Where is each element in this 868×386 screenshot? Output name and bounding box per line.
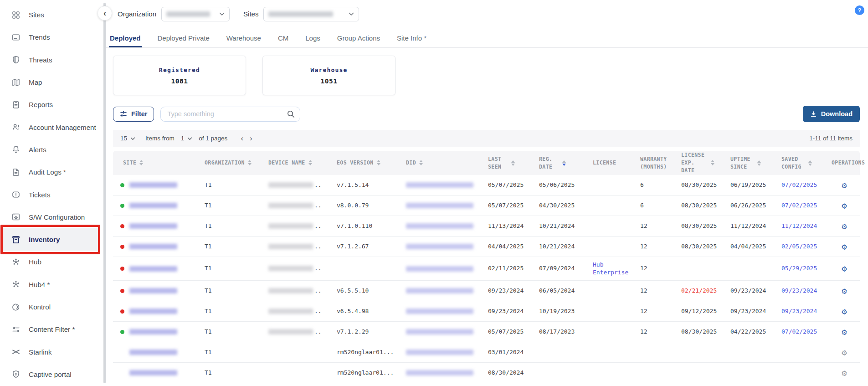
license-link[interactable]: Hub Enterprise bbox=[593, 261, 633, 277]
sidebar-item-map[interactable]: Map bbox=[0, 71, 103, 93]
sidebar-item-audit-logs[interactable]: Audit Logs * bbox=[0, 161, 103, 183]
page-size-value[interactable]: 15 bbox=[120, 135, 127, 142]
column-header-uptime-since[interactable]: UPTIME SINCE bbox=[723, 155, 774, 170]
site-link-redacted[interactable] bbox=[129, 288, 177, 293]
column-header-saved-config[interactable]: SAVED CONFIG bbox=[774, 155, 824, 170]
site-link-redacted[interactable] bbox=[129, 266, 177, 272]
tab-group-actions[interactable]: Group Actions bbox=[336, 28, 381, 47]
column-header-last-seen[interactable]: LAST SEEN bbox=[481, 155, 532, 170]
sort-arrows-icon[interactable] bbox=[757, 160, 761, 166]
tab-deployed[interactable]: Deployed bbox=[109, 28, 142, 47]
sidebar-item-hub4[interactable]: Hub4 * bbox=[0, 273, 103, 296]
site-link-redacted[interactable] bbox=[129, 244, 177, 249]
tab-warehouse[interactable]: Warehouse bbox=[226, 28, 262, 47]
saved-config-link[interactable]: 09/23/2024 bbox=[781, 308, 817, 315]
search-input[interactable] bbox=[160, 107, 300, 122]
site-link-redacted[interactable] bbox=[129, 309, 177, 314]
organization-select[interactable] bbox=[161, 7, 230, 21]
filter-button[interactable]: Filter bbox=[113, 107, 154, 122]
sort-arrows-icon[interactable] bbox=[419, 160, 423, 165]
tab-site-info[interactable]: Site Info * bbox=[396, 28, 427, 47]
sidebar-item-reports[interactable]: Reports bbox=[0, 93, 103, 116]
sort-arrows-icon[interactable] bbox=[377, 160, 380, 165]
column-header-reg-date[interactable]: REG. DATE bbox=[532, 155, 586, 170]
sort-arrows-icon[interactable] bbox=[711, 160, 714, 165]
saved-config-link[interactable]: 09/23/2024 bbox=[781, 287, 817, 295]
column-header-eos-version[interactable]: EOS VERSION bbox=[329, 159, 399, 167]
column-header-organization[interactable]: ORGANIZATION bbox=[197, 159, 261, 167]
gear-icon[interactable]: ⚙ bbox=[842, 307, 847, 316]
saved-config-link[interactable]: 02/05/2025 bbox=[781, 243, 817, 251]
gear-icon[interactable]: ⚙ bbox=[842, 287, 847, 295]
sidebar-item-account-management[interactable]: Account Management bbox=[0, 116, 103, 138]
site-link-redacted[interactable] bbox=[129, 223, 177, 229]
column-header-license[interactable]: LICENSE bbox=[586, 159, 633, 167]
sidebar-item-threats[interactable]: Threats bbox=[0, 49, 103, 71]
download-button[interactable]: Download bbox=[803, 106, 860, 122]
sidebar-collapse-button[interactable]: ‹ bbox=[98, 6, 112, 21]
gear-icon[interactable]: ⚙ bbox=[842, 201, 847, 210]
chevron-down-icon[interactable] bbox=[187, 137, 192, 140]
did-link-redacted[interactable] bbox=[406, 329, 473, 335]
saved-config-link[interactable]: 07/02/2025 bbox=[781, 202, 817, 210]
column-header-device-name[interactable]: DEVICE NAME bbox=[261, 159, 329, 167]
gear-icon[interactable]: ⚙ bbox=[842, 369, 847, 377]
sort-arrows-icon[interactable] bbox=[511, 160, 515, 166]
gear-icon[interactable]: ⚙ bbox=[842, 181, 847, 190]
column-header-site[interactable]: SITE bbox=[113, 159, 197, 167]
sidebar-item-captive-portal[interactable]: Captive portal bbox=[0, 363, 103, 386]
saved-config-link[interactable]: 07/02/2025 bbox=[781, 328, 817, 336]
sidebar-item-content-filter[interactable]: Content Filter * bbox=[0, 318, 103, 340]
sidebar-item-kontrol[interactable]: Kontrol bbox=[0, 296, 103, 318]
did-link-redacted[interactable] bbox=[406, 288, 473, 293]
sort-arrows-icon[interactable] bbox=[562, 160, 566, 166]
sidebar-item-tickets[interactable]: Tickets bbox=[0, 183, 103, 206]
sidebar-item-trends[interactable]: Trends bbox=[0, 26, 103, 48]
column-header-did[interactable]: DID bbox=[399, 159, 481, 167]
site-link-redacted[interactable] bbox=[129, 370, 177, 376]
sidebar-item-inventory[interactable]: Inventory bbox=[3, 228, 98, 251]
column-header-warranty[interactable]: WARRANTY (MONTHS) bbox=[633, 155, 674, 170]
site-link-redacted[interactable] bbox=[129, 203, 177, 208]
tab-cm[interactable]: CM bbox=[277, 28, 289, 47]
did-link-redacted[interactable] bbox=[406, 350, 473, 355]
help-button[interactable]: ? bbox=[855, 5, 864, 15]
sidebar-item-hub[interactable]: Hub bbox=[0, 251, 103, 273]
gear-icon[interactable]: ⚙ bbox=[842, 328, 847, 336]
gear-icon[interactable]: ⚙ bbox=[842, 348, 847, 357]
sort-arrows-icon[interactable] bbox=[248, 160, 252, 165]
sort-arrows-icon[interactable] bbox=[808, 160, 812, 166]
column-header-license-exp-date[interactable]: LICENSE EXP. DATE bbox=[674, 151, 723, 174]
gear-icon[interactable]: ⚙ bbox=[842, 264, 847, 273]
gear-icon[interactable]: ⚙ bbox=[842, 242, 847, 251]
site-link-redacted[interactable] bbox=[129, 350, 177, 355]
saved-config-link[interactable]: 11/12/2024 bbox=[781, 222, 817, 230]
sites-select[interactable] bbox=[263, 7, 359, 21]
sidebar-scrollbar[interactable] bbox=[103, 3, 106, 383]
sort-arrows-icon[interactable] bbox=[308, 160, 312, 165]
sidebar-item-starlink[interactable]: Starlink bbox=[0, 340, 103, 363]
sidebar-item-sw-configuration[interactable]: S/W Configuration bbox=[0, 206, 103, 228]
gear-icon[interactable]: ⚙ bbox=[842, 222, 847, 231]
did-link-redacted[interactable] bbox=[406, 223, 473, 229]
chevron-down-icon[interactable] bbox=[130, 137, 135, 140]
saved-config-link[interactable]: 07/02/2025 bbox=[781, 181, 817, 189]
did-link-redacted[interactable] bbox=[406, 370, 473, 376]
saved-config-link[interactable]: 05/29/2025 bbox=[781, 265, 817, 273]
did-link-redacted[interactable] bbox=[406, 182, 473, 188]
next-page-button[interactable]: › bbox=[247, 134, 256, 142]
sort-arrows-icon[interactable] bbox=[139, 160, 143, 165]
search-icon[interactable] bbox=[287, 110, 295, 118]
did-link-redacted[interactable] bbox=[406, 244, 473, 249]
site-link-redacted[interactable] bbox=[129, 329, 177, 335]
site-link-redacted[interactable] bbox=[129, 182, 177, 188]
did-link-redacted[interactable] bbox=[406, 203, 473, 208]
previous-page-button[interactable]: ‹ bbox=[237, 134, 247, 142]
did-link-redacted[interactable] bbox=[406, 266, 473, 272]
tab-deployed-private[interactable]: Deployed Private bbox=[157, 28, 211, 47]
tab-logs[interactable]: Logs bbox=[304, 28, 321, 47]
did-link-redacted[interactable] bbox=[406, 309, 473, 314]
sidebar-item-sites[interactable]: Sites bbox=[0, 4, 103, 26]
sidebar-item-alerts[interactable]: Alerts bbox=[0, 139, 103, 161]
current-page-value[interactable]: 1 bbox=[181, 135, 185, 142]
